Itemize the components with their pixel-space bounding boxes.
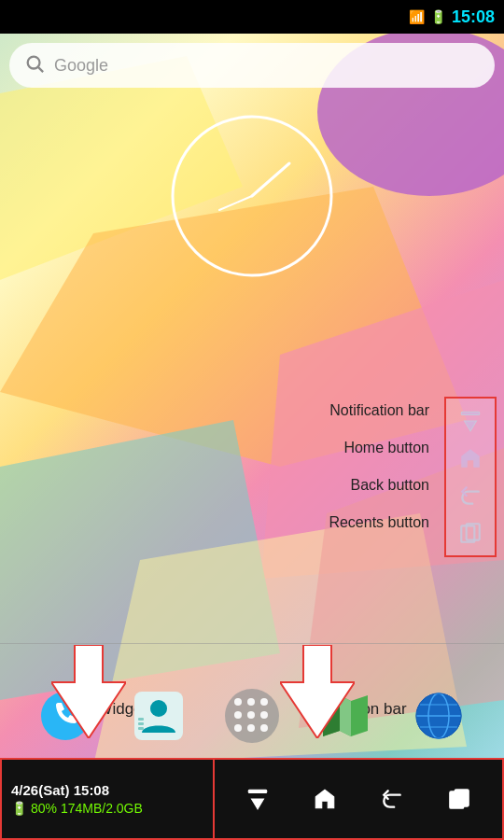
search-label: Google	[54, 56, 108, 76]
svg-rect-23	[138, 722, 144, 725]
arrow-navigation-bar	[280, 645, 355, 742]
home-sidebar-btn[interactable]	[448, 440, 493, 477]
svg-rect-22	[138, 718, 144, 721]
nav-back-button[interactable]	[371, 778, 413, 819]
svg-marker-14	[461, 449, 480, 468]
svg-line-11	[219, 196, 252, 210]
browser-app-icon[interactable]	[409, 686, 469, 746]
back-button-label: Back button	[329, 467, 429, 504]
svg-marker-17	[51, 645, 126, 738]
search-bar[interactable]: Google	[9, 43, 495, 88]
contacts-app-icon[interactable]	[129, 686, 189, 746]
notification-bar-sidebar-btn[interactable]	[448, 402, 493, 440]
status-bar: 📶 🔋 15:08	[0, 0, 504, 34]
battery-info-display: 🔋 80% 174MB/2.0GB	[11, 801, 203, 816]
sidebar-panel	[444, 397, 497, 557]
recents-sidebar-btn[interactable]	[448, 514, 493, 552]
svg-marker-35	[252, 799, 264, 809]
notification-bar-label: Notification bar	[329, 392, 429, 429]
battery-info-text: 80% 174MB/2.0GB	[31, 801, 143, 816]
svg-point-7	[28, 56, 40, 68]
navigation-bar-panel	[215, 758, 504, 840]
nav-home-button[interactable]	[304, 778, 345, 819]
dots-grid	[234, 698, 270, 734]
bottom-left-info-panel: 4/26(Sat) 15:08 🔋 80% 174MB/2.0GB	[0, 758, 215, 840]
nav-notification-button[interactable]	[237, 778, 278, 819]
home-button-label: Home button	[329, 429, 429, 467]
app-drawer-icon[interactable]	[222, 686, 282, 746]
svg-rect-24	[138, 727, 144, 730]
arrow-widget	[51, 645, 126, 742]
back-sidebar-btn[interactable]	[448, 477, 493, 514]
bottom-bar: 4/26(Sat) 15:08 🔋 80% 174MB/2.0GB	[0, 758, 504, 840]
recents-button-label: Recents button	[329, 504, 429, 541]
battery-icon: 🔋	[430, 9, 446, 24]
date-display: 4/26(Sat) 15:08	[11, 782, 203, 798]
svg-rect-38	[455, 790, 469, 805]
svg-marker-36	[315, 790, 334, 808]
nav-recents-button[interactable]	[439, 778, 480, 819]
labels-area: Notification bar Home button Back button…	[329, 392, 429, 541]
svg-marker-13	[465, 421, 477, 431]
svg-point-21	[150, 700, 167, 717]
status-time: 15:08	[452, 7, 495, 27]
svg-line-10	[252, 163, 289, 196]
clock-widget	[168, 112, 336, 280]
battery-icon-small: 🔋	[11, 801, 27, 816]
svg-marker-18	[280, 645, 355, 738]
wifi-icon: 📶	[409, 9, 425, 24]
svg-line-8	[38, 67, 43, 72]
search-icon	[24, 53, 45, 78]
divider-line	[0, 643, 504, 644]
svg-rect-12	[461, 412, 480, 414]
svg-rect-34	[248, 790, 267, 792]
